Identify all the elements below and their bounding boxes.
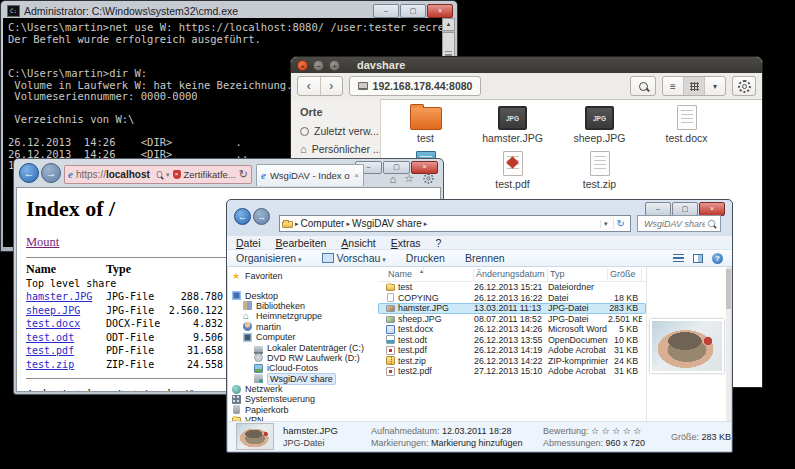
search-button[interactable] xyxy=(630,76,656,96)
search-input[interactable] xyxy=(642,218,707,230)
file-row[interactable]: hamster.JPG 13.03.2011 11:13 JPG-Datei 2… xyxy=(378,303,646,314)
davshare-titlebar[interactable]: × − + davshare xyxy=(291,57,762,73)
search-icon[interactable] xyxy=(157,171,163,178)
minimize-button[interactable]: – xyxy=(645,202,671,216)
place-item[interactable]: ⌂ Persönlicher ... xyxy=(300,143,380,155)
file-item[interactable]: test xyxy=(384,103,468,149)
gear-icon[interactable] xyxy=(423,173,433,183)
tree-item[interactable]: Systemsteuerung xyxy=(232,394,378,404)
help-icon[interactable]: ? xyxy=(712,253,723,264)
back-button[interactable]: ← xyxy=(19,163,39,183)
tags-value[interactable]: Markierung hinzufügen xyxy=(431,438,523,448)
cmd-titlebar[interactable]: C: Administrator: C:\Windows\system32\cm… xyxy=(3,3,455,18)
close-button[interactable]: × xyxy=(699,202,725,216)
browser-tab[interactable]: e WsgiDAV - Index of / × xyxy=(256,164,364,186)
file-link[interactable]: test.docx xyxy=(26,318,80,329)
address-bar[interactable]: e https://localhost:8080/ ▾ × Zertifikat… xyxy=(64,165,252,184)
mount-link[interactable]: Mount xyxy=(26,235,59,249)
column-header-name[interactable]: Name xyxy=(26,263,106,277)
column-header-type[interactable]: Type xyxy=(106,263,158,277)
organize-button[interactable]: Organisieren xyxy=(236,252,302,264)
home-icon[interactable]: ⌂ xyxy=(389,173,396,185)
tree-item[interactable]: Computer xyxy=(232,332,378,342)
file-row[interactable]: test.docx 26.12.2013 14:26 Microsoft Wor… xyxy=(378,324,646,335)
column-header-name[interactable]: Name xyxy=(386,269,474,281)
file-link[interactable]: test.zip xyxy=(26,359,74,370)
tree-item[interactable]: iCloud-Fotos xyxy=(232,363,378,373)
maximize-button[interactable]: ▢ xyxy=(400,4,426,18)
menu-datei[interactable]: Datei xyxy=(236,237,261,249)
column-header-size[interactable]: Größe xyxy=(608,269,642,281)
file-row[interactable]: sheep.JPG 08.07.2011 18:52 JPG-Datei 2.5… xyxy=(378,314,646,325)
tree-item[interactable]: Favoriten xyxy=(232,271,378,281)
preview-scrollbar[interactable] xyxy=(726,267,731,422)
forward-button[interactable]: → xyxy=(253,208,270,225)
minimize-button[interactable]: − xyxy=(313,60,324,71)
menu-ansicht[interactable]: Ansicht xyxy=(341,237,375,249)
preview-pane-icon[interactable] xyxy=(693,254,703,263)
file-item[interactable]: test.pdf xyxy=(471,149,555,195)
tree-item[interactable]: Lokaler Datenträger (C:) xyxy=(232,342,378,352)
back-button[interactable]: ← xyxy=(234,208,251,225)
file-row[interactable]: test2.pdf 27.12.2013 15:10 Adobe Acrobat… xyxy=(378,366,646,377)
file-item[interactable]: sheep.JPG xyxy=(558,103,642,149)
certificate-error-icon[interactable]: × xyxy=(173,170,181,179)
refresh-icon[interactable]: ↻ xyxy=(239,169,248,180)
tree-item[interactable]: Netzwerk xyxy=(232,384,378,394)
settings-button[interactable] xyxy=(732,76,756,96)
menu-help[interactable]: ? xyxy=(436,237,442,249)
breadcrumb[interactable]: ▸ Computer ▸ WsgiDAV share ▸ ▾ ↻ xyxy=(279,215,631,232)
burn-button[interactable]: Brennen xyxy=(465,252,505,264)
maximize-button[interactable]: ▢ xyxy=(672,202,698,216)
file-row[interactable]: test.pdf 26.12.2013 14:19 Adobe Acrobat … xyxy=(378,345,646,356)
file-item[interactable]: test.docx xyxy=(645,103,729,149)
tree-item[interactable]: Papierkorb xyxy=(232,405,378,415)
print-button[interactable]: Drucken xyxy=(406,252,445,264)
list-view-button[interactable]: ≡ xyxy=(663,77,683,95)
close-button[interactable]: × xyxy=(297,60,308,71)
view-options-button[interactable]: ▾ xyxy=(705,77,725,95)
minimize-button[interactable]: – xyxy=(373,4,399,18)
close-button[interactable]: × xyxy=(427,4,453,18)
tab-close-icon[interactable]: × xyxy=(354,171,359,180)
rating-stars[interactable]: ☆ ☆ ☆ ☆ ☆ xyxy=(591,426,641,436)
tree-item[interactable]: Bibliotheken xyxy=(232,301,378,311)
file-link[interactable]: test.odt xyxy=(26,332,74,343)
location-bar[interactable]: 192.168.178.44:8080 xyxy=(349,76,481,96)
menu-extras[interactable]: Extras xyxy=(391,237,421,249)
place-item[interactable]: Zuletzt verw... xyxy=(300,125,380,137)
column-header-date[interactable]: Änderungsdatum xyxy=(474,269,548,281)
file-link[interactable]: hamster.JPG xyxy=(26,291,92,302)
favorites-star-icon[interactable]: ☆ xyxy=(404,172,414,185)
address-dropdown-icon[interactable]: ▾ xyxy=(600,220,611,228)
file-row[interactable]: test.zip 26.12.2013 14:22 ZIP-komprimier… xyxy=(378,356,646,367)
menu-bearbeiten[interactable]: Bearbeiten xyxy=(276,237,327,249)
file-item[interactable]: test.zip xyxy=(558,149,642,195)
tree-item[interactable]: martin xyxy=(232,322,378,332)
forward-button[interactable]: → xyxy=(41,163,61,183)
file-link[interactable]: sheep.JPG xyxy=(26,305,80,316)
maximize-button[interactable]: + xyxy=(329,60,340,71)
grid-view-button[interactable] xyxy=(683,77,705,95)
tree-item[interactable]: DVD RW Laufwerk (D:) xyxy=(232,353,378,363)
views-icon[interactable] xyxy=(673,254,684,263)
file-row[interactable]: COPYING 26.12.2013 16:22 Datei 18 KB xyxy=(378,293,646,304)
refresh-icon[interactable]: ↻ xyxy=(613,218,628,229)
tree-item[interactable]: Desktop xyxy=(232,290,378,300)
back-button[interactable]: ‹ xyxy=(298,77,321,95)
file-link[interactable]: test.pdf xyxy=(26,345,74,356)
certificate-error-label[interactable]: Zertifikatfe... xyxy=(184,169,236,180)
chevron-down-icon[interactable]: ▾ xyxy=(166,171,170,179)
file-row[interactable]: test.odt 26.12.2013 13:55 OpenDocument T… xyxy=(378,335,646,346)
tree-item[interactable]: Heimnetzgruppe xyxy=(232,311,378,321)
breadcrumb-item-computer[interactable]: Computer xyxy=(301,218,345,229)
tree-item[interactable]: WsgiDAV share xyxy=(232,374,378,384)
breadcrumb-item-share[interactable]: WsgiDAV share xyxy=(352,218,422,229)
preview-button[interactable]: Vorschau xyxy=(322,252,386,264)
forward-button[interactable]: › xyxy=(321,77,343,95)
file-row[interactable]: test 26.12.2013 15:21 Dateiordner xyxy=(378,282,646,293)
scroll-up-icon[interactable]: ▲ xyxy=(442,18,455,31)
search-box[interactable] xyxy=(637,215,721,232)
column-header-type[interactable]: Typ xyxy=(548,269,608,281)
file-item[interactable]: hamster.JPG xyxy=(471,103,555,149)
